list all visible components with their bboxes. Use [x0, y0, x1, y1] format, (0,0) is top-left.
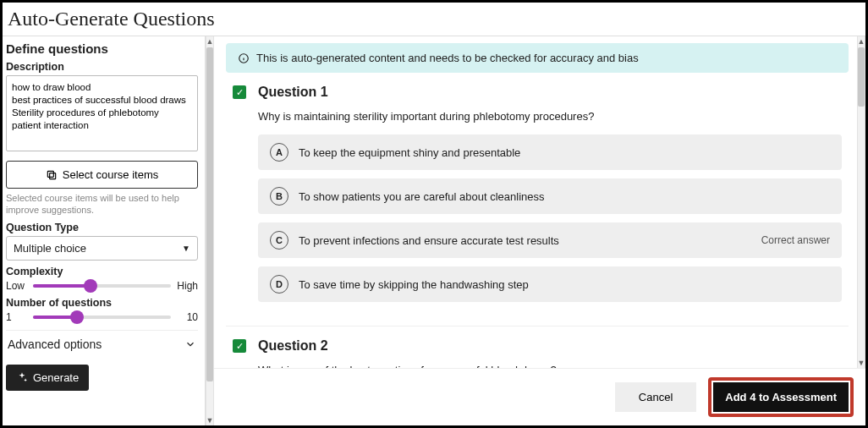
copy-icon	[46, 169, 58, 181]
chevron-down-icon	[184, 338, 196, 350]
answer-option[interactable]: CTo prevent infections and ensure accura…	[258, 222, 842, 258]
option-text: To show patients you are careful about c…	[299, 190, 545, 203]
generate-label: Generate	[33, 371, 79, 384]
option-letter: A	[270, 143, 288, 162]
option-letter: C	[270, 231, 288, 250]
page-title: Auto-Generate Questions	[3, 3, 865, 36]
footer-bar: Cancel Add 4 to Assessment	[214, 368, 865, 425]
question-type-select[interactable]: Multiple choice ▼	[6, 236, 198, 261]
complexity-low-label: Low	[6, 280, 28, 292]
define-questions-heading: Define questions	[6, 41, 198, 56]
left-panel: Define questions Description Select cour…	[3, 36, 206, 425]
description-label: Description	[6, 61, 198, 73]
select-course-items-hint: Selected course items will be used to he…	[6, 192, 198, 217]
option-letter: D	[270, 275, 288, 294]
answer-option[interactable]: BTo show patients you are careful about …	[258, 178, 842, 214]
complexity-label: Complexity	[6, 266, 198, 277]
scroll-up-icon[interactable]: ▲	[206, 36, 214, 47]
scroll-up-icon[interactable]: ▲	[858, 36, 865, 47]
question-checkbox[interactable]: ✓	[233, 339, 246, 353]
right-scrollbar[interactable]: ▲ ▼	[857, 36, 865, 368]
info-banner: This is auto-generated content and needs…	[226, 43, 849, 73]
left-scrollbar-thumb[interactable]	[206, 47, 213, 381]
question-title: Question 2	[258, 338, 328, 354]
add-button-highlight: Add 4 to Assessment	[708, 377, 854, 417]
question-title: Question 1	[258, 85, 328, 100]
num-questions-label: Number of questions	[6, 297, 198, 309]
info-banner-text: This is auto-generated content and needs…	[256, 52, 639, 64]
question-type-value: Multiple choice	[14, 242, 86, 255]
question-block: ✓Question 2What is one of the best pract…	[226, 338, 849, 368]
question-checkbox[interactable]: ✓	[233, 85, 246, 99]
scroll-down-icon[interactable]: ▼	[206, 415, 214, 425]
complexity-high-label: High	[176, 280, 198, 292]
sparkle-icon	[16, 371, 28, 383]
select-course-items-label: Select course items	[63, 168, 158, 181]
num-questions-slider[interactable]	[33, 316, 171, 319]
answer-option[interactable]: ATo keep the equipment shiny and present…	[258, 134, 842, 170]
svg-rect-1	[47, 171, 53, 177]
add-to-assessment-button[interactable]: Add 4 to Assessment	[713, 382, 849, 412]
num-min-label: 1	[6, 311, 28, 323]
num-max-label: 10	[176, 311, 198, 323]
svg-rect-0	[49, 173, 55, 178]
scroll-down-icon[interactable]: ▼	[858, 358, 865, 368]
right-panel: This is auto-generated content and needs…	[214, 36, 865, 425]
select-course-items-button[interactable]: Select course items	[6, 161, 198, 189]
option-text: To prevent infections and ensure accurat…	[299, 234, 559, 247]
question-type-label: Question Type	[6, 222, 198, 233]
chevron-down-icon: ▼	[182, 244, 190, 253]
generate-button[interactable]: Generate	[6, 365, 89, 391]
right-scrollbar-thumb[interactable]	[858, 47, 865, 107]
info-icon	[238, 52, 250, 64]
question-prompt: Why is maintaining sterility important d…	[258, 110, 842, 123]
advanced-options-toggle[interactable]: Advanced options	[6, 330, 198, 358]
cancel-button[interactable]: Cancel	[615, 382, 696, 412]
advanced-options-label: Advanced options	[8, 337, 102, 351]
complexity-slider[interactable]	[33, 284, 171, 288]
left-scrollbar[interactable]: ▲ ▼	[206, 36, 214, 425]
correct-answer-label: Correct answer	[761, 234, 830, 246]
answer-option[interactable]: DTo save time by skipping the handwashin…	[258, 266, 842, 302]
question-block: ✓Question 1Why is maintaining sterility …	[226, 85, 849, 326]
description-textarea[interactable]	[6, 75, 198, 151]
option-letter: B	[270, 187, 288, 206]
option-text: To keep the equipment shiny and presenta…	[299, 146, 520, 159]
option-text: To save time by skipping the handwashing…	[299, 278, 529, 291]
